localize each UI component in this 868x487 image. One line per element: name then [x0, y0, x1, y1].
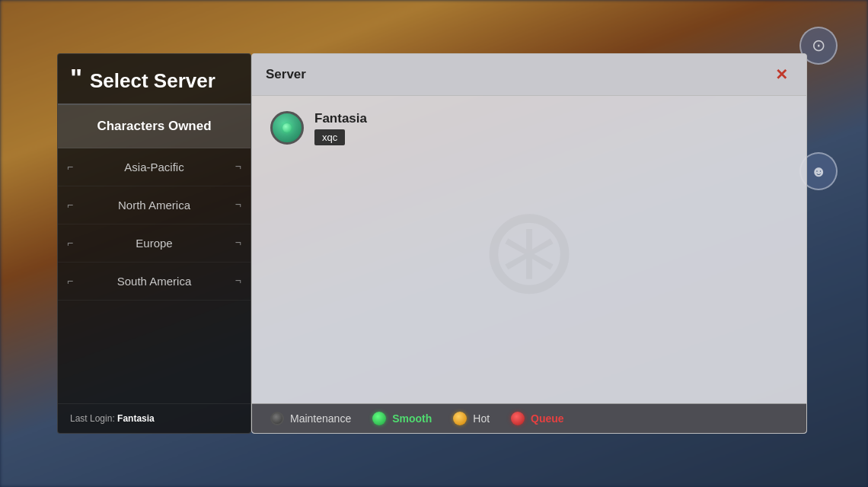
status-hot: Hot — [453, 412, 490, 425]
sidebar-item-asia-pacific[interactable]: Asia-Pacific — [58, 148, 251, 186]
server-character-tag: xqc — [314, 129, 345, 145]
characters-owned-button[interactable]: Characters Owned — [58, 105, 251, 148]
last-login-server: Fantasia — [117, 413, 155, 424]
smooth-dot — [372, 412, 386, 425]
sidebar-item-north-america[interactable]: North America — [58, 186, 251, 224]
server-list-item[interactable]: Fantasia xqc — [270, 111, 514, 145]
maintenance-label: Maintenance — [290, 412, 351, 425]
queue-label: Queue — [531, 412, 564, 425]
select-server-title: Select Server — [90, 69, 215, 92]
queue-dot — [511, 412, 525, 425]
server-icon — [270, 111, 304, 145]
status-smooth: Smooth — [372, 412, 432, 425]
server-info: Fantasia xqc — [314, 111, 367, 145]
left-panel: Select Server Characters Owned Asia-Paci… — [57, 53, 251, 434]
server-name: Fantasia — [314, 111, 367, 126]
hot-label: Hot — [473, 412, 490, 425]
close-button[interactable]: ✕ — [770, 63, 793, 86]
watermark: ⊛ — [478, 179, 580, 321]
sidebar-item-europe[interactable]: Europe — [58, 224, 251, 263]
maintenance-dot — [270, 412, 284, 425]
status-maintenance: Maintenance — [270, 412, 351, 425]
last-login-text: Last Login: Fantasia — [58, 403, 251, 433]
status-footer: Maintenance Smooth Hot Queue — [252, 403, 806, 433]
dialog-content: ⊛ Fantasia xqc — [252, 96, 806, 403]
status-queue: Queue — [511, 412, 564, 425]
dialog-header: Server ✕ — [252, 54, 806, 96]
left-panel-title: Select Server — [58, 54, 251, 105]
smooth-label: Smooth — [392, 412, 432, 425]
sidebar-item-south-america[interactable]: South America — [58, 263, 251, 301]
hot-dot — [453, 412, 467, 425]
server-dialog: Server ✕ ⊛ Fantasia xqc Maintenance Smoo… — [251, 53, 807, 434]
dialog-title: Server — [266, 67, 306, 82]
